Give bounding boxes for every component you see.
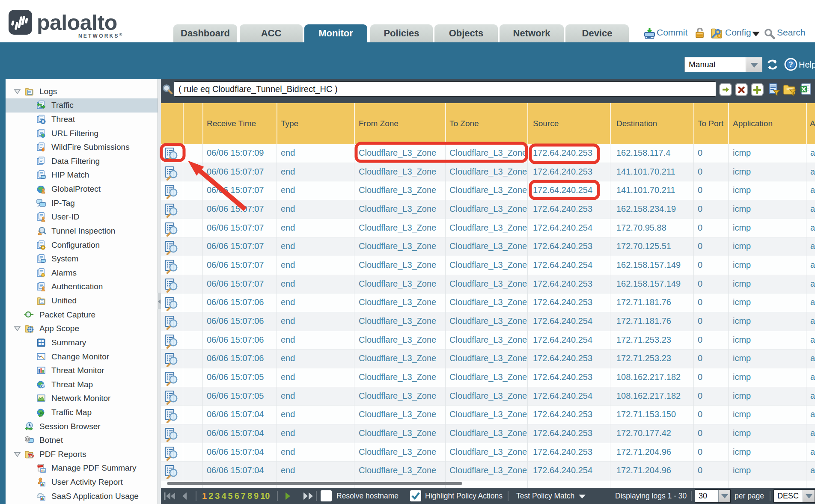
svg-text:?: ? — [788, 60, 793, 68]
svg-text:PDF: PDF — [29, 455, 34, 458]
